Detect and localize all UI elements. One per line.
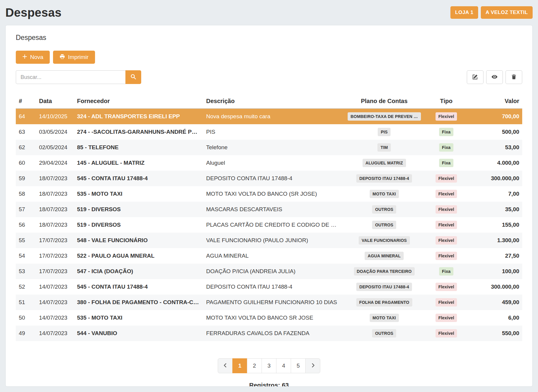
type-badge: Flexível — [436, 190, 457, 198]
row-date: 18/07/2023 — [36, 186, 74, 202]
row-date: 02/05/2024 — [36, 140, 74, 155]
row-value: 459,00 — [467, 295, 522, 310]
type-badge: Flexível — [436, 221, 457, 229]
edit-button[interactable] — [467, 70, 483, 84]
account-badge: FOLHA DE PAGAMENTO — [356, 298, 412, 307]
row-description: FERRADURAS CAVALOS DA FAZENDA — [203, 326, 343, 341]
expenses-table: # Data Fornecedor Descrição Plano de Con… — [16, 94, 522, 341]
row-type-cell: Flexível — [426, 108, 467, 124]
pagination-page-5[interactable]: 5 — [291, 358, 306, 373]
pagination: 12345 — [218, 358, 320, 373]
row-value: 155,00 — [467, 217, 522, 233]
col-date: Data — [36, 94, 74, 108]
row-description: DEPOSITO CONTA ITAU 17488-4 — [203, 171, 343, 186]
col-value: Valor — [467, 94, 522, 108]
account-badge: TIM — [377, 143, 391, 152]
row-value: 6,00 — [467, 310, 522, 326]
search-input[interactable] — [16, 70, 125, 84]
company-button[interactable]: A VELOZ TEXTIL — [481, 6, 533, 19]
row-description: MASCARAS DESCARTAVEIS — [203, 202, 343, 217]
row-date: 14/07/2023 — [36, 279, 74, 295]
table-row[interactable]: 5014/07/2023535 - MOTO TAXIMOTO TAXI VOL… — [16, 310, 522, 326]
table-row[interactable]: 5214/07/2023545 - CONTA ITAU 17488-4DEPO… — [16, 279, 522, 295]
pagination-page-2[interactable]: 2 — [247, 358, 262, 373]
row-id: 64 — [16, 108, 36, 124]
table-row[interactable]: 6202/05/202485 - TELEFONETelefoneTIMFixa… — [16, 140, 522, 155]
account-badge: MOTO TAXI — [370, 190, 399, 198]
account-badge: AGUA MINERAL — [365, 252, 404, 260]
expenses-card: Despesas Nova Imprimir — [5, 25, 533, 387]
pagination-next[interactable] — [305, 358, 320, 373]
row-date: 18/07/2023 — [36, 202, 74, 217]
row-id: 59 — [16, 171, 36, 186]
row-id: 53 — [16, 264, 36, 279]
pagination-page-1[interactable]: 1 — [232, 358, 247, 373]
row-description: Aluguel — [203, 155, 343, 171]
table-row[interactable]: 6029/04/2024145 - ALUGUEL - MATRIZAlugue… — [16, 155, 522, 171]
row-type-cell: Flexível — [426, 326, 467, 341]
account-badge: MOTO TAXI — [370, 314, 399, 322]
table-row[interactable]: 5317/07/2023547 - ICIA (DOAÇÃO)DOAÇÃO P/… — [16, 264, 522, 279]
row-date: 17/07/2023 — [36, 233, 74, 248]
search-button[interactable] — [125, 70, 141, 84]
row-supplier: 548 - VALE FUNCIONÁRIO — [74, 233, 203, 248]
account-badge: DEPOSITO ITAU 17488-4 — [356, 283, 412, 291]
delete-button[interactable] — [506, 70, 522, 84]
row-id: 49 — [16, 326, 36, 341]
print-button[interactable]: Imprimir — [53, 51, 95, 64]
pagination-pages: 12345 — [233, 358, 306, 373]
table-row[interactable]: 5718/07/2023519 - DIVERSOSMASCARAS DESCA… — [16, 202, 522, 217]
table-row[interactable]: 5618/07/2023519 - DIVERSOSPLACAS CARTÃO … — [16, 217, 522, 233]
row-supplier: 85 - TELEFONE — [74, 140, 203, 155]
table-row[interactable]: 5818/07/2023535 - MOTO TAXIMOTO TAXI VOL… — [16, 186, 522, 202]
topbar-actions: LOJA 1 A VELOZ TEXTIL — [450, 6, 533, 19]
expenses-table-body: 6414/10/2025324 - ADL TRANSPORTES EIRELI… — [16, 108, 522, 341]
table-row[interactable]: 5417/07/2023522 - PAULO AGUA MNERALAGUA … — [16, 248, 522, 264]
table-row[interactable]: 5918/07/2023545 - CONTA ITAU 17488-4DEPO… — [16, 171, 522, 186]
row-description: PIS — [203, 124, 343, 140]
row-value: 300.000,00 — [467, 279, 522, 295]
type-badge: Flexível — [436, 174, 457, 183]
type-badge: Flexível — [436, 205, 457, 214]
card-title: Despesas — [16, 34, 522, 42]
pagination-wrap: 12345 — [16, 358, 522, 373]
row-account-cell: DEPOSITO ITAU 17488-4 — [343, 279, 426, 295]
row-value: 700,00 — [467, 108, 522, 124]
row-date: 14/07/2023 — [36, 326, 74, 341]
row-account-cell: AGUA MINERAL — [343, 248, 426, 264]
type-badge: Flexível — [436, 329, 457, 337]
row-supplier: 545 - CONTA ITAU 17488-4 — [74, 171, 203, 186]
table-row[interactable]: 6414/10/2025324 - ADL TRANSPORTES EIRELI… — [16, 108, 522, 124]
store-button[interactable]: LOJA 1 — [450, 6, 478, 19]
type-badge: Flexível — [436, 314, 457, 322]
row-type-cell: Flexível — [426, 279, 467, 295]
type-badge: Flexível — [436, 298, 457, 307]
pagination-page-3[interactable]: 3 — [262, 358, 276, 373]
table-row[interactable]: 5114/07/2023380 - FOLHA DE PAGAMENTO - C… — [16, 295, 522, 310]
row-date: 29/04/2024 — [36, 155, 74, 171]
row-type-cell: Fixa — [426, 155, 467, 171]
row-type-cell: Flexível — [426, 248, 467, 264]
eye-icon — [491, 74, 498, 81]
type-badge: Flexível — [436, 283, 457, 291]
row-description: DEPOSITO CONTA ITAU 17488-4 — [203, 279, 343, 295]
table-row[interactable]: 4914/07/2023544 - VANUBIOFERRADURAS CAVA… — [16, 326, 522, 341]
row-description: PAGAMENTO GUILHERM FUNCIONARIO 10 DIAS — [203, 295, 343, 310]
row-type-cell: Flexível — [426, 233, 467, 248]
page-header: Despesas LOJA 1 A VELOZ TEXTIL — [5, 0, 533, 25]
new-expense-button[interactable]: Nova — [16, 51, 50, 64]
view-button[interactable] — [486, 70, 503, 84]
row-id: 62 — [16, 140, 36, 155]
row-id: 52 — [16, 279, 36, 295]
pagination-prev[interactable] — [218, 358, 233, 373]
row-date: 17/07/2023 — [36, 248, 74, 264]
row-type-cell: Fixa — [426, 140, 467, 155]
table-row[interactable]: 6303/05/2024274 - -SACOLITAS-GARANHUNS-A… — [16, 124, 522, 140]
row-account-cell: ALUGUEL MATRIZ — [343, 155, 426, 171]
toolbar: Nova Imprimir — [16, 51, 522, 64]
row-supplier: 145 - ALUGUEL - MATRIZ — [74, 155, 203, 171]
row-date: 14/07/2023 — [36, 295, 74, 310]
page-title: Despesas — [5, 6, 61, 19]
table-row[interactable]: 5517/07/2023548 - VALE FUNCIONÁRIOVALE F… — [16, 233, 522, 248]
pagination-page-4[interactable]: 4 — [276, 358, 291, 373]
